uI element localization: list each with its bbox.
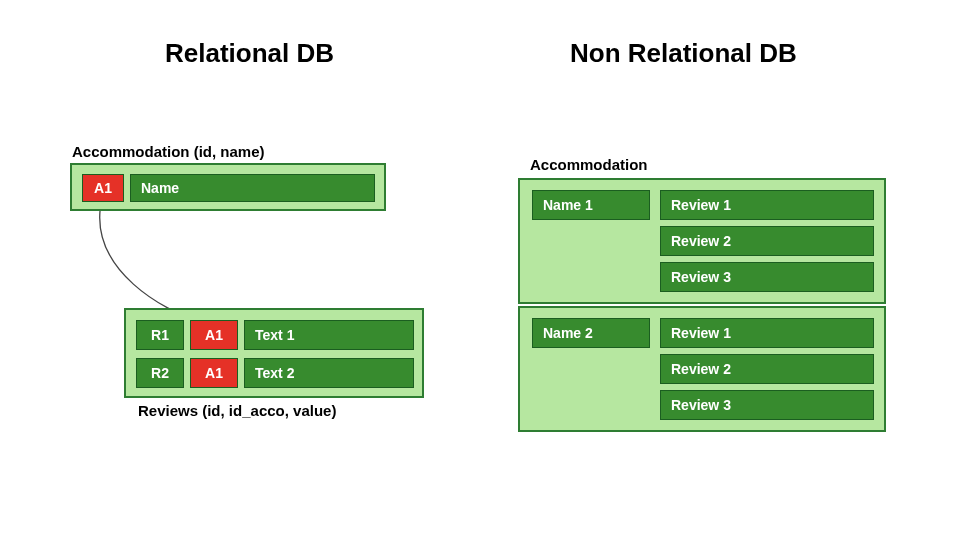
review-row-id: R1 bbox=[136, 320, 184, 350]
relational-title: Relational DB bbox=[165, 38, 334, 69]
reviews-table-label: Reviews (id, id_acco, value) bbox=[138, 402, 336, 419]
doc-name: Name 1 bbox=[532, 190, 650, 220]
doc-name: Name 2 bbox=[532, 318, 650, 348]
review-row-fk: A1 bbox=[190, 320, 238, 350]
accommodation-table: A1 Name bbox=[70, 163, 386, 211]
doc-review: Review 3 bbox=[660, 390, 874, 420]
nonrel-collection-label: Accommodation bbox=[530, 156, 648, 173]
doc-review: Review 2 bbox=[660, 354, 874, 384]
review-row-value: Text 2 bbox=[244, 358, 414, 388]
accommodation-name-cell: Name bbox=[130, 174, 375, 202]
review-row-id: R2 bbox=[136, 358, 184, 388]
nonrelational-title: Non Relational DB bbox=[570, 38, 797, 69]
accommodation-id-cell: A1 bbox=[82, 174, 124, 202]
document-card: Name 1 Review 1 Review 2 Review 3 bbox=[518, 178, 886, 304]
doc-review: Review 1 bbox=[660, 318, 874, 348]
reviews-table: R1 A1 Text 1 R2 A1 Text 2 bbox=[124, 308, 424, 398]
review-row-value: Text 1 bbox=[244, 320, 414, 350]
doc-review: Review 1 bbox=[660, 190, 874, 220]
accommodation-table-label: Accommodation (id, name) bbox=[72, 143, 265, 160]
doc-review: Review 3 bbox=[660, 262, 874, 292]
review-row-fk: A1 bbox=[190, 358, 238, 388]
document-card: Name 2 Review 1 Review 2 Review 3 bbox=[518, 306, 886, 432]
doc-review: Review 2 bbox=[660, 226, 874, 256]
